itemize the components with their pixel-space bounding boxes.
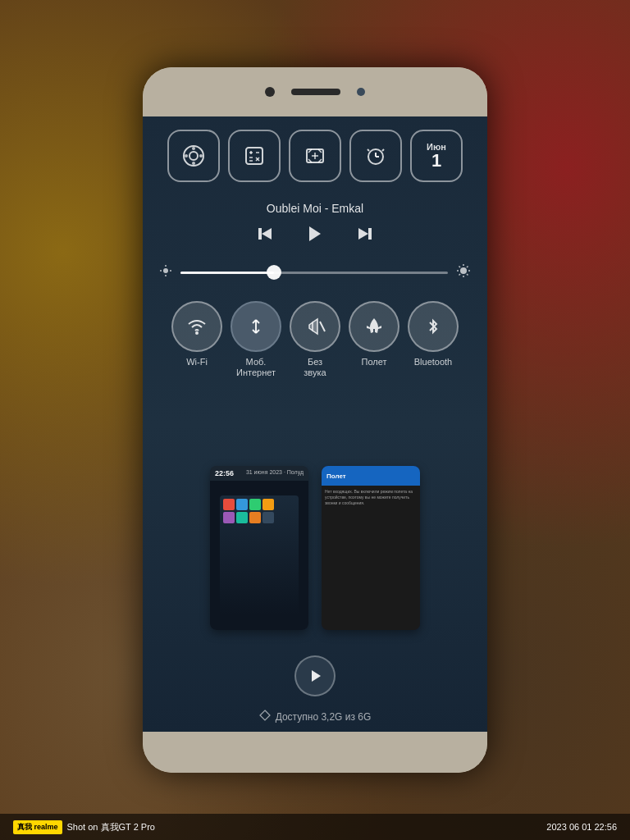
front-camera <box>265 87 275 97</box>
mobile-data-circle <box>231 301 281 352</box>
svg-point-4 <box>185 154 188 158</box>
watermark-bar: 真我 realme Shot on 真我GT 2 Pro 2023 06 01 … <box>0 814 630 840</box>
recent-app-2[interactable]: Полет Нет входящих. Вы включили режим по… <box>322 466 420 630</box>
svg-line-38 <box>459 274 461 276</box>
app2-header: Полет <box>322 466 420 486</box>
brightness-track[interactable] <box>180 272 448 274</box>
svg-marker-23 <box>368 228 372 240</box>
svg-marker-22 <box>309 226 321 241</box>
music-title: Oublei Moi - Emkal <box>159 202 471 215</box>
wifi-circle <box>171 301 222 352</box>
watermark-text: Shot on 真我GT 2 Pro <box>67 821 547 833</box>
brightness-fill <box>180 272 274 274</box>
top-quick-icons-row: Июн 1 <box>159 130 471 182</box>
recent-app-1[interactable]: 22:56 31 июня 2023 · Полуд <box>210 466 308 630</box>
svg-point-5 <box>199 154 203 158</box>
bluetooth-toggle[interactable]: Bluetooth <box>408 301 459 378</box>
wifi-label: Wi-Fi <box>186 357 208 368</box>
recent-apps-area: 22:56 31 июня 2023 · Полуд <box>143 391 487 705</box>
silent-label: Беззвука <box>304 357 326 378</box>
date-day-label: 1 <box>431 152 441 170</box>
toggle-row: Wi-Fi Моб.Интернет <box>159 294 471 385</box>
phone-top-bar <box>143 67 487 116</box>
svg-line-45 <box>320 322 325 331</box>
screenshot-icon-btn[interactable] <box>289 130 341 182</box>
airplane-circle <box>349 301 399 352</box>
brightness-control <box>159 257 471 294</box>
silent-toggle[interactable]: Беззвука <box>290 301 340 378</box>
app2-body: Нет входящих. Вы включили режим полета н… <box>322 486 420 630</box>
mobile-data-label: Моб.Интернет <box>236 357 276 378</box>
realme-badge: 真我 realme <box>13 820 62 834</box>
storage-icon <box>259 710 271 724</box>
prev-button[interactable] <box>255 225 273 247</box>
svg-point-25 <box>163 268 168 273</box>
airplane-toggle[interactable]: Полет <box>349 301 399 378</box>
play-button[interactable] <box>306 225 324 247</box>
svg-point-2 <box>192 147 195 150</box>
mobile-data-toggle[interactable]: Моб.Интернет <box>231 301 281 378</box>
phone-bottom-bar <box>143 732 487 773</box>
app2-text: Нет входящих. Вы включили режим полета н… <box>325 489 417 506</box>
wifi-toggle[interactable]: Wi-Fi <box>171 301 222 378</box>
music-controls <box>159 225 471 247</box>
bluetooth-label: Bluetooth <box>414 357 452 368</box>
date-icon-btn[interactable]: Июн 1 <box>410 130 463 182</box>
airplane-label: Полет <box>362 357 387 368</box>
bluetooth-circle <box>408 301 459 352</box>
svg-marker-21 <box>262 228 272 240</box>
svg-point-39 <box>195 331 199 335</box>
speaker-grille <box>291 89 340 95</box>
svg-line-35 <box>459 267 461 268</box>
watermark-date: 2023 06 01 22:56 <box>546 822 617 832</box>
svg-marker-24 <box>358 228 368 240</box>
brightness-max-icon <box>456 263 471 281</box>
app1-body <box>210 481 308 630</box>
svg-point-1 <box>189 152 198 160</box>
svg-marker-20 <box>258 228 262 240</box>
quick-settings-icon[interactable] <box>167 130 220 182</box>
brightness-thumb[interactable] <box>267 265 281 280</box>
alarm-icon-btn[interactable] <box>349 130 402 182</box>
app1-time: 22:56 <box>215 469 234 477</box>
svg-rect-6 <box>246 148 262 164</box>
phone-device: Июн 1 Oublei Moi - Emkal <box>143 67 487 773</box>
app1-date: 31 июня 2023 · Полуд <box>246 469 304 477</box>
storage-bar: Доступно 3,2G из 6G <box>143 705 487 732</box>
next-button[interactable] <box>357 225 375 247</box>
secondary-camera <box>357 88 365 96</box>
svg-point-30 <box>460 267 467 274</box>
svg-marker-46 <box>312 670 321 682</box>
music-player: Oublei Moi - Emkal <box>159 195 471 257</box>
svg-line-36 <box>467 274 468 276</box>
svg-point-3 <box>192 162 195 165</box>
brightness-min-icon <box>159 264 172 281</box>
silent-circle <box>290 301 340 352</box>
svg-line-37 <box>467 267 468 268</box>
quick-settings-panel: Июн 1 Oublei Moi - Emkal <box>143 116 487 391</box>
play-fab-button[interactable] <box>294 655 336 696</box>
app1-header: 22:56 31 июня 2023 · Полуд <box>210 466 308 481</box>
calculator-icon-btn[interactable] <box>228 130 281 182</box>
phone-screen: Июн 1 Oublei Moi - Emkal <box>143 116 487 732</box>
app2-title: Полет <box>326 472 346 480</box>
storage-text: Доступно 3,2G из 6G <box>276 711 372 723</box>
